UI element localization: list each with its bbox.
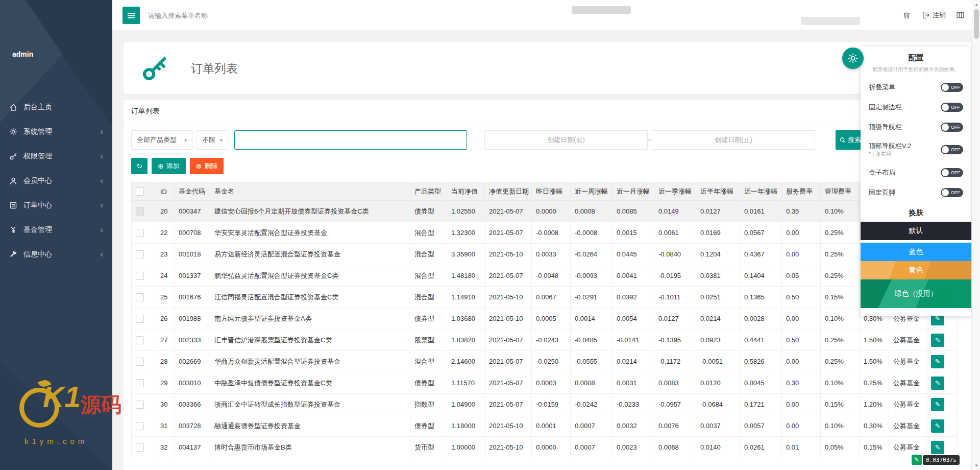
row-checkbox[interactable]: [136, 272, 144, 280]
toggle-switch[interactable]: OFF: [941, 188, 963, 197]
sidebar-item-2[interactable]: 权限管理‹: [0, 144, 112, 169]
table-cell: 混合型: [410, 244, 447, 265]
logout-button[interactable]: 注销: [921, 11, 946, 20]
scroll-up-icon[interactable]: ▲: [972, 1, 980, 9]
table-row[interactable]: 31003728融通通宸债券型证券投资基金债券型1.180002021-05-1…: [132, 415, 958, 437]
sidebar-item-6[interactable]: 信息中心‹: [0, 242, 112, 267]
sidebar-item-5[interactable]: 基金管理‹: [0, 218, 112, 242]
sidebar-item-1[interactable]: 系统管理‹: [0, 120, 112, 144]
table-cell: 0.0149: [654, 201, 696, 222]
hamburger-icon: [127, 12, 135, 19]
table-cell: 0.00: [782, 351, 821, 372]
row-checkbox[interactable]: [136, 229, 144, 237]
table-cell: 2021-05-10: [485, 308, 532, 330]
home-icon: [9, 103, 17, 111]
edit-button[interactable]: ✎: [931, 355, 944, 368]
edit-button[interactable]: ✎: [931, 334, 944, 347]
row-checkbox[interactable]: [136, 250, 144, 258]
theme-tile-1[interactable]: 蓝色: [861, 243, 971, 261]
table-cell: 0.50: [782, 330, 821, 351]
table-cell: 混合型: [410, 351, 447, 372]
scrollbar-thumb[interactable]: [974, 9, 979, 39]
table-cell: 0.0076: [654, 415, 696, 437]
theme-tile-3[interactable]: 绿色（没用）: [861, 279, 971, 308]
debug-timer: ✎ 0.037037s: [912, 455, 960, 465]
scrollbar[interactable]: ▲ ▼: [972, 0, 980, 470]
range-select[interactable]: 不限▾: [197, 130, 228, 150]
sidebar-item-label: 后台主页: [23, 103, 103, 112]
edit-button[interactable]: ✎: [931, 441, 944, 454]
product-type-select[interactable]: 全部产品类型▾: [131, 130, 192, 150]
table-cell: -0.0684: [696, 394, 740, 415]
date-start-input[interactable]: 创建日期(起): [484, 130, 648, 150]
settings-fab[interactable]: [842, 48, 864, 69]
edit-button[interactable]: ✎: [931, 419, 944, 433]
keyword-input[interactable]: [234, 130, 467, 150]
row-checkbox[interactable]: [136, 379, 144, 387]
scroll-down-icon[interactable]: ▼: [972, 461, 980, 469]
redacted-text: [572, 6, 631, 14]
edit-button[interactable]: ✎: [931, 377, 944, 390]
table-row[interactable]: 28002669华商万众创新灵活配置混合型证券投资基金混合型2.14600202…: [132, 351, 958, 372]
toggle-switch[interactable]: OFF: [941, 103, 963, 112]
date-end-input[interactable]: 创建日期(止): [652, 130, 815, 150]
table-row[interactable]: 26001988南方纯元债券型证券投资基金A类债券型1.036802021-05…: [132, 308, 958, 330]
table-cell: 2021-05-10: [485, 244, 532, 265]
toggle-switch[interactable]: OFF: [941, 123, 963, 132]
row-checkbox[interactable]: [136, 293, 144, 301]
row-checkbox[interactable]: [136, 336, 144, 344]
sidebar-item-4[interactable]: 订单中心‹: [0, 193, 112, 218]
row-checkbox[interactable]: [136, 207, 144, 216]
config-toggle-row: 顶级导航栏OFF: [861, 117, 971, 137]
trash-icon[interactable]: [902, 11, 911, 19]
refresh-button[interactable]: ↻: [131, 158, 148, 174]
sidebar-item-0[interactable]: 后台主页: [0, 95, 112, 120]
columns-layout-icon[interactable]: [956, 11, 965, 19]
funds-table: ID基金代码基金名产品类型当前净值净值更新日期昨日涨幅近一周涨幅近一月涨幅近一季…: [131, 182, 958, 458]
row-checkbox[interactable]: [136, 401, 144, 409]
sidebar-item-label: 系统管理: [23, 127, 101, 136]
toggle-switch[interactable]: OFF: [941, 83, 963, 92]
column-header: 近一月涨幅: [612, 183, 654, 201]
add-button[interactable]: ⊕添加: [152, 158, 186, 174]
sidebar-item-3[interactable]: 会员中心‹: [0, 169, 112, 193]
table-cell: 0.1365: [740, 287, 782, 308]
table-cell: 0.0045: [740, 372, 782, 394]
row-checkbox[interactable]: [136, 315, 144, 323]
table-cell: 0.15%: [821, 394, 860, 415]
edit-button[interactable]: ✎: [931, 398, 944, 411]
config-toggle-row: 固定页脚OFF: [861, 182, 971, 202]
delete-button[interactable]: ⊗删除: [190, 158, 224, 174]
toggle-switch[interactable]: OFF: [941, 145, 963, 154]
menu-toggle-button[interactable]: [122, 7, 140, 24]
row-checkbox[interactable]: [136, 358, 144, 366]
table-row[interactable]: 27002333汇丰晋信沪港深股票型证券投资基金C类股票型1.838202021…: [132, 330, 958, 351]
table-row[interactable]: 20000347建信安心回报6个月定期开放债券型证券投资基金C类债券型1.025…: [132, 201, 958, 222]
table-row[interactable]: 23001018易方达新经济灵活配置混合型证券投资基金混合型3.35900202…: [132, 244, 958, 265]
theme-tile-2[interactable]: 黄色: [861, 261, 971, 279]
table-cell: 0.0041: [612, 265, 654, 287]
row-checkbox[interactable]: [136, 422, 144, 430]
table-cell: -0.0840: [654, 244, 696, 265]
table-row[interactable]: 32004137博时合惠货币市场基金B类货币型1.000002021-05-10…: [132, 437, 958, 458]
app-window: admin 后台主页系统管理‹权限管理‹会员中心‹订单中心‹基金管理‹信息中心‹…: [0, 0, 980, 470]
table-cell: 0.0127: [654, 308, 696, 330]
date-separator: ~: [648, 136, 652, 144]
table-cell: 债券型: [410, 415, 447, 437]
select-all-checkbox[interactable]: [136, 187, 144, 196]
table-row[interactable]: 25001676江信同福灵活配置混合型证券投资基金C类混合型1.14910202…: [132, 287, 958, 308]
row-checkbox[interactable]: [136, 443, 144, 452]
table-row[interactable]: 24001337鹏华弘益灵活配置混合型证券投资基金C类混合型1.48180202…: [132, 265, 958, 287]
config-caption: 配置框设计用于更好的展示页面效果。: [861, 66, 971, 73]
table-row[interactable]: 22000708华安安享灵活配置混合型证券投资基金混合型1.323002021-…: [132, 222, 958, 244]
theme-tile-0[interactable]: 默认: [861, 222, 971, 240]
table-row[interactable]: 29003010中融盈泽中短债债券型证券投资基金C类债券型1.115702021…: [132, 372, 958, 394]
table-row[interactable]: 30003366浙商汇金中证转型成长指数型证券投资基金指数型1.04900202…: [132, 394, 958, 415]
table-cell: 1.32300: [447, 222, 485, 244]
column-header: 近一季涨幅: [654, 183, 696, 201]
table-cell: 0.05: [782, 265, 821, 287]
table-cell: 0.4441: [740, 330, 782, 351]
table-cell: 1.18000: [447, 415, 485, 437]
menu-search-input[interactable]: [147, 8, 290, 23]
toggle-switch[interactable]: OFF: [941, 168, 963, 177]
